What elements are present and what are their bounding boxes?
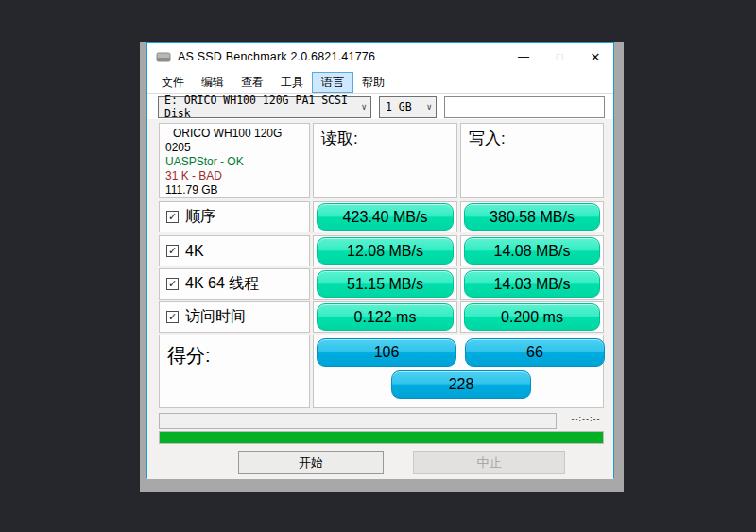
- seq-read-cell: 423.40 MB/s: [313, 201, 457, 232]
- 4k64-write-value: 14.03 MB/s: [464, 270, 600, 298]
- access-write-value: 0.200 ms: [464, 303, 600, 331]
- progress-bar: [159, 431, 604, 444]
- drive-model: ORICO WH100 120G: [165, 127, 303, 141]
- menu-view[interactable]: 查看: [232, 72, 272, 93]
- access-read-cell: 0.122 ms: [313, 301, 457, 333]
- drive-firmware: 0205: [165, 141, 303, 155]
- time-remaining: --:--:--: [563, 414, 609, 423]
- 4k64-read-value: 51.15 MB/s: [317, 270, 454, 298]
- access-read-value: 0.122 ms: [317, 303, 454, 331]
- checkbox-access-time[interactable]: ✓: [166, 311, 179, 323]
- row-label: 4K 64 线程: [185, 274, 259, 294]
- write-score-pill: 66: [465, 338, 605, 367]
- row-label: 顺序: [185, 207, 215, 227]
- access-write-cell: 0.200 ms: [460, 301, 604, 333]
- 4k-write-cell: 14.08 MB/s: [460, 235, 604, 266]
- check-icon: ✓: [168, 312, 177, 322]
- 4k-write-value: 14.08 MB/s: [464, 237, 600, 265]
- test-size-select[interactable]: 1 GB ∨: [379, 96, 437, 118]
- read-column-header: 读取:: [313, 123, 457, 198]
- toolbar-text-input[interactable]: [444, 96, 605, 118]
- check-icon: ✓: [168, 212, 177, 222]
- menu-file[interactable]: 文件: [153, 72, 193, 93]
- alignment-status: 31 K - BAD: [165, 169, 303, 183]
- row-4k-label: ✓ 4K: [159, 235, 310, 266]
- 4k64-read-cell: 51.15 MB/s: [313, 268, 457, 300]
- row-label: 访问时间: [185, 307, 246, 327]
- check-icon: ✓: [168, 246, 177, 256]
- row-label: 4K: [185, 243, 204, 260]
- seq-write-value: 380.58 MB/s: [464, 203, 600, 231]
- window-title: AS SSD Benchmark 2.0.6821.41776: [178, 50, 375, 63]
- drive-icon: [156, 51, 171, 63]
- drive-select-value: E: ORICO WH100 120G PA1 SCSI Disk: [164, 94, 356, 120]
- menu-tools[interactable]: 工具: [272, 72, 312, 93]
- seq-write-cell: 380.58 MB/s: [460, 201, 604, 232]
- abort-button: 中止: [413, 451, 565, 474]
- check-icon: ✓: [168, 279, 177, 289]
- score-label: 得分:: [159, 335, 310, 408]
- 4k-read-cell: 12.08 MB/s: [313, 235, 457, 266]
- row-seq-label: ✓ 顺序: [159, 201, 310, 232]
- 4k64-write-cell: 14.03 MB/s: [460, 268, 604, 300]
- drive-capacity: 111.79 GB: [165, 183, 303, 197]
- menu-language[interactable]: 语言: [312, 72, 353, 93]
- window-controls: — □ ✕: [506, 43, 613, 71]
- progress-bar-fill: [160, 432, 603, 443]
- menu-bar: 文件 编辑 查看 工具 语言 帮助: [147, 71, 613, 94]
- total-score-pill: 228: [391, 370, 531, 399]
- toolbar: E: ORICO WH100 120G PA1 SCSI Disk ∨ 1 GB…: [147, 94, 613, 119]
- desktop-background: AS SSD Benchmark 2.0.6821.41776 — □ ✕ 文件…: [0, 0, 756, 532]
- checkbox-seq[interactable]: ✓: [166, 211, 179, 223]
- window-backdrop: AS SSD Benchmark 2.0.6821.41776 — □ ✕ 文件…: [140, 42, 624, 492]
- driver-status: UASPStor - OK: [165, 155, 303, 169]
- seq-read-value: 423.40 MB/s: [317, 203, 454, 231]
- drive-info-panel: ORICO WH100 120G 0205 UASPStor - OK 31 K…: [159, 123, 310, 198]
- drive-select[interactable]: E: ORICO WH100 120G PA1 SCSI Disk ∨: [158, 96, 371, 118]
- read-score-pill: 106: [317, 338, 456, 367]
- title-bar[interactable]: AS SSD Benchmark 2.0.6821.41776 — □ ✕: [147, 43, 613, 71]
- benchmark-panel: ORICO WH100 120G 0205 UASPStor - OK 31 K…: [147, 119, 613, 479]
- chevron-down-icon: ∨: [356, 102, 367, 112]
- start-button[interactable]: 开始: [238, 451, 384, 474]
- minimize-button[interactable]: —: [506, 43, 541, 71]
- row-4k64-label: ✓ 4K 64 线程: [159, 268, 310, 300]
- app-window: AS SSD Benchmark 2.0.6821.41776 — □ ✕ 文件…: [146, 42, 614, 478]
- test-size-value: 1 GB: [386, 100, 412, 113]
- checkbox-4k64[interactable]: ✓: [166, 278, 179, 290]
- write-column-header: 写入:: [460, 123, 604, 198]
- checkbox-4k[interactable]: ✓: [166, 245, 179, 257]
- menu-edit[interactable]: 编辑: [193, 72, 232, 93]
- maximize-button[interactable]: □: [541, 43, 577, 71]
- close-button[interactable]: ✕: [577, 43, 613, 71]
- 4k-read-value: 12.08 MB/s: [317, 237, 454, 265]
- status-message-bar: [159, 413, 557, 429]
- row-access-label: ✓ 访问时间: [159, 301, 310, 333]
- menu-help[interactable]: 帮助: [353, 72, 393, 93]
- chevron-down-icon: ∨: [421, 102, 432, 112]
